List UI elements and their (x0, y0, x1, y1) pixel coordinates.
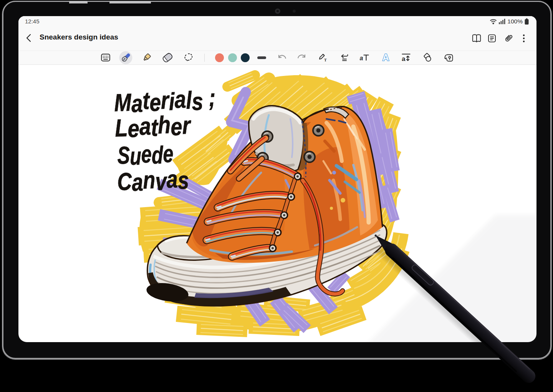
svg-text:Canvas: Canvas (117, 165, 189, 197)
svg-text:Suede: Suede (117, 140, 174, 170)
svg-text:Leather: Leather (114, 110, 192, 143)
